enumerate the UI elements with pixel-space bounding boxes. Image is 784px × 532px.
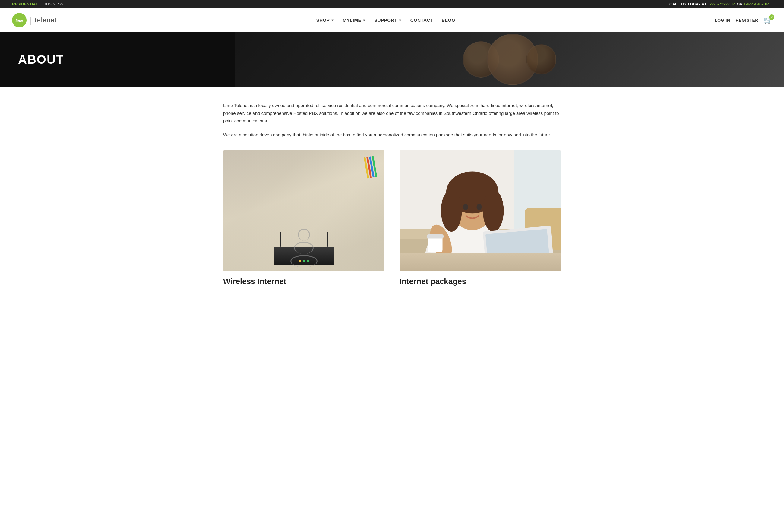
logo-text: telenet [35,16,57,24]
router-lights [299,260,309,262]
nav-shop[interactable]: SHOP ▼ [316,18,334,23]
page-title: ABOUT [0,53,64,66]
svg-point-14 [476,204,481,210]
residential-link[interactable]: RESIDENTIAL [12,2,38,6]
hero-overlay [0,32,784,87]
wireless-internet-image [223,150,385,271]
internet-packages-image [399,150,561,271]
antenna-right [327,232,328,247]
hero-banner: ABOUT [0,32,784,87]
intro-paragraph-2: We are a solution driven company that th… [223,131,561,139]
top-bar-right: CALL US TODAY AT 1-226-722-5114 OR 1-844… [669,2,772,6]
header-right: LOG IN REGISTER 🛒 0 [715,16,772,24]
nav-contact[interactable]: CONTACT [411,18,433,23]
call-text: CALL US TODAY AT [669,2,708,6]
nav-blog[interactable]: BLOG [442,18,455,23]
header: lime | telenet SHOP ▼ MYLIME ▼ SUPPORT ▼… [0,8,784,32]
top-bar-left: RESIDENTIAL BUSINESS [12,2,67,6]
register-link[interactable]: REGISTER [735,18,758,23]
light-green2 [307,260,309,262]
logo-icon: lime [12,13,27,27]
svg-text:lime: lime [16,18,23,23]
svg-point-11 [441,190,461,232]
or-text: OR [737,2,744,6]
two-column-section: Wireless Internet Wireless Internet is t… [223,150,561,271]
light-yellow [299,260,301,262]
phone2-link[interactable]: 1-844-640-LIME [744,2,772,6]
business-link[interactable]: BUSINESS [44,2,63,6]
shop-chevron-icon: ▼ [331,19,334,22]
main-content: Lime Telenet is a locally owned and oper… [211,87,573,289]
cart-button[interactable]: 🛒 0 [764,16,772,24]
antenna-left [280,232,281,247]
intro-paragraph-1: Lime Telenet is a locally owned and oper… [223,102,561,125]
cart-badge: 0 [769,15,774,20]
phone1-link[interactable]: 1-226-722-5114 [708,2,736,6]
support-chevron-icon: ▼ [398,19,402,22]
main-nav: SHOP ▼ MYLIME ▼ SUPPORT ▼ CONTACT BLOG [316,18,455,23]
top-bar: RESIDENTIAL BUSINESS CALL US TODAY AT 1-… [0,0,784,8]
svg-rect-17 [427,234,444,239]
col-wireless: Wireless Internet Wireless Internet is t… [223,150,385,271]
logo-divider: | [30,16,32,25]
light-green1 [303,260,305,262]
logo[interactable]: lime | telenet [12,13,57,27]
login-link[interactable]: LOG IN [715,18,730,23]
packages-heading: Internet packages [399,277,561,286]
wifi-arc-icon [290,229,317,269]
mylime-chevron-icon: ▼ [362,19,366,22]
col-packages: Internet packages Lime Telenet believes … [399,150,561,271]
svg-point-12 [483,190,504,232]
wireless-heading: Wireless Internet [223,277,385,286]
sofa-background [399,253,561,271]
svg-point-13 [463,204,468,210]
nav-support[interactable]: SUPPORT ▼ [374,18,402,23]
nav-mylime[interactable]: MYLIME ▼ [343,18,366,23]
router-device [274,247,334,265]
